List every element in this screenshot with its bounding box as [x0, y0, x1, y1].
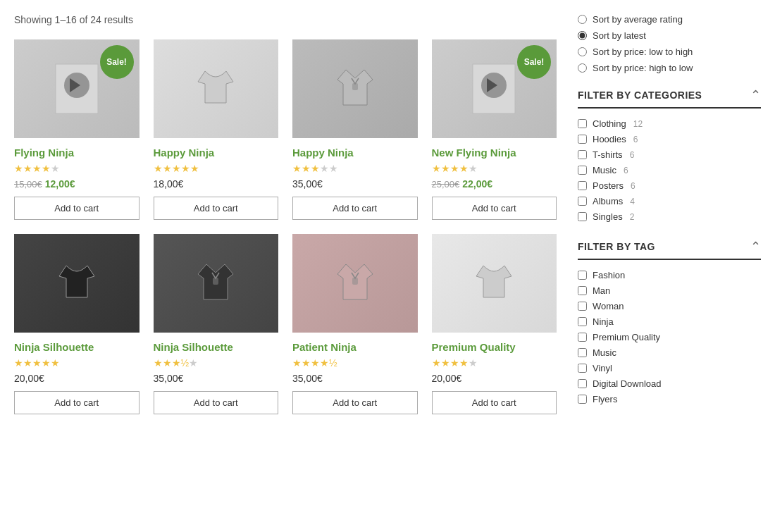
add-to-cart-button-1[interactable]: Add to cart — [154, 197, 279, 220]
tag-checkbox-2[interactable] — [578, 302, 587, 311]
sort-label-latest: Sort by latest — [593, 30, 646, 41]
category-item-6[interactable]: Singles2 — [578, 211, 761, 222]
category-checkbox-4[interactable] — [578, 181, 587, 190]
tag-label-0: Fashion — [593, 270, 625, 280]
tag-item-1[interactable]: Man — [578, 285, 761, 296]
sort-option-latest[interactable]: Sort by latest — [578, 30, 761, 41]
product-card-5: Ninja Silhouette★★★½★35,00€Add to cart — [154, 234, 279, 414]
add-to-cart-button-4[interactable]: Add to cart — [14, 391, 140, 414]
sidebar: Sort by average ratingSort by latestSort… — [578, 14, 761, 421]
product-card-4: Ninja Silhouette★★★★★20,00€Add to cart — [14, 234, 140, 414]
sort-option-avg-rating[interactable]: Sort by average rating — [578, 14, 761, 25]
tag-item-8[interactable]: Flyers — [578, 394, 761, 404]
add-to-cart-button-5[interactable]: Add to cart — [154, 391, 279, 414]
categories-list: Clothing12Hoodies6T-shirts6Music6Posters… — [578, 118, 761, 222]
filter-categories-title: FILTER BY CATEGORIES — [578, 89, 702, 101]
add-to-cart-button-3[interactable]: Add to cart — [432, 197, 557, 220]
product-name-0[interactable]: Flying Ninja — [14, 147, 140, 159]
product-name-6[interactable]: Patient Ninja — [292, 341, 418, 353]
category-count-2: 6 — [630, 150, 635, 160]
svg-rect-2 — [352, 83, 358, 90]
product-price-5: 35,00€ — [154, 373, 279, 384]
tag-item-2[interactable]: Woman — [578, 301, 761, 311]
sort-label-price-high: Sort by price: high to low — [593, 63, 693, 73]
product-image-6 — [292, 234, 418, 333]
tag-checkbox-8[interactable] — [578, 395, 587, 404]
sale-badge-3: Sale! — [517, 45, 551, 79]
sort-option-price-high[interactable]: Sort by price: high to low — [578, 63, 761, 73]
category-count-5: 4 — [630, 197, 635, 206]
product-price-3: 25,00€22,00€ — [432, 178, 557, 190]
tag-checkbox-7[interactable] — [578, 379, 587, 388]
tag-checkbox-1[interactable] — [578, 286, 587, 295]
category-count-4: 6 — [631, 181, 636, 191]
category-item-4[interactable]: Posters6 — [578, 180, 761, 191]
add-to-cart-button-2[interactable]: Add to cart — [292, 197, 418, 220]
product-image-4 — [14, 234, 140, 333]
tag-item-6[interactable]: Vinyl — [578, 363, 761, 373]
product-name-7[interactable]: Premium Quality — [432, 341, 557, 353]
sort-radio-latest[interactable] — [578, 31, 587, 40]
product-card-6: Patient Ninja★★★★½35,00€Add to cart — [292, 234, 418, 414]
price-regular-1: 18,00€ — [154, 178, 184, 190]
add-to-cart-button-6[interactable]: Add to cart — [292, 391, 418, 414]
sort-option-price-low[interactable]: Sort by price: low to high — [578, 47, 761, 57]
tag-checkbox-0[interactable] — [578, 271, 587, 280]
price-regular-5: 35,00€ — [154, 373, 184, 384]
product-image-wrap-3: Sale! — [432, 39, 557, 138]
category-item-3[interactable]: Music6 — [578, 165, 761, 175]
sort-radio-avg-rating[interactable] — [578, 15, 587, 24]
tag-item-3[interactable]: Ninja — [578, 316, 761, 327]
category-checkbox-1[interactable] — [578, 135, 587, 144]
products-grid: Sale! Flying Ninja★★★★★15,00€12,00€Add t… — [14, 39, 557, 414]
price-old-0: 15,00€ — [14, 179, 42, 190]
product-stars-7: ★★★★★ — [432, 357, 557, 369]
product-name-3[interactable]: New Flying Ninja — [432, 147, 557, 159]
product-price-1: 18,00€ — [154, 178, 279, 190]
tag-label-3: Ninja — [593, 316, 614, 327]
category-item-0[interactable]: Clothing12 — [578, 118, 761, 129]
category-label-0: Clothing — [593, 118, 626, 129]
product-image-wrap-4 — [14, 234, 140, 333]
product-card-3: Sale! New Flying Ninja★★★★★25,00€22,00€A… — [432, 39, 557, 220]
product-stars-5: ★★★½★ — [154, 357, 279, 369]
product-image-5 — [154, 234, 279, 333]
product-name-5[interactable]: Ninja Silhouette — [154, 341, 279, 353]
add-to-cart-button-7[interactable]: Add to cart — [432, 391, 557, 414]
category-checkbox-2[interactable] — [578, 150, 587, 159]
product-name-2[interactable]: Happy Ninja — [292, 147, 418, 159]
add-to-cart-button-0[interactable]: Add to cart — [14, 197, 140, 220]
category-label-5: Albums — [593, 196, 623, 206]
tag-item-0[interactable]: Fashion — [578, 270, 761, 280]
product-image-wrap-0: Sale! — [14, 39, 140, 138]
tags-collapse-icon[interactable]: ⌃ — [750, 239, 761, 254]
product-price-2: 35,00€ — [292, 178, 418, 190]
category-count-6: 2 — [630, 212, 635, 222]
tag-item-4[interactable]: Premium Quality — [578, 332, 761, 342]
main-content: Showing 1–16 of 24 results Sale! Flying … — [14, 14, 578, 421]
tag-item-7[interactable]: Digital Download — [578, 378, 761, 389]
categories-collapse-icon[interactable]: ⌃ — [750, 87, 761, 103]
sort-radio-price-high[interactable] — [578, 63, 587, 73]
category-item-2[interactable]: T-shirts6 — [578, 149, 761, 160]
sort-radio-price-low[interactable] — [578, 47, 587, 56]
product-stars-1: ★★★★★ — [154, 163, 279, 174]
category-checkbox-3[interactable] — [578, 166, 587, 175]
category-checkbox-5[interactable] — [578, 197, 587, 206]
category-count-3: 6 — [624, 166, 628, 175]
product-stars-0: ★★★★★ — [14, 163, 140, 174]
product-name-1[interactable]: Happy Ninja — [154, 147, 279, 159]
tag-checkbox-4[interactable] — [578, 333, 587, 342]
category-checkbox-6[interactable] — [578, 212, 587, 221]
tag-checkbox-3[interactable] — [578, 317, 587, 326]
tag-checkbox-5[interactable] — [578, 348, 587, 357]
category-item-1[interactable]: Hoodies6 — [578, 134, 761, 144]
product-name-4[interactable]: Ninja Silhouette — [14, 341, 140, 353]
price-new-3: 22,00€ — [462, 178, 492, 190]
tag-item-5[interactable]: Music — [578, 347, 761, 358]
category-item-5[interactable]: Albums4 — [578, 196, 761, 206]
category-checkbox-0[interactable] — [578, 119, 587, 128]
product-image-wrap-1 — [154, 39, 279, 138]
tag-checkbox-6[interactable] — [578, 364, 587, 373]
price-regular-2: 35,00€ — [292, 178, 323, 190]
